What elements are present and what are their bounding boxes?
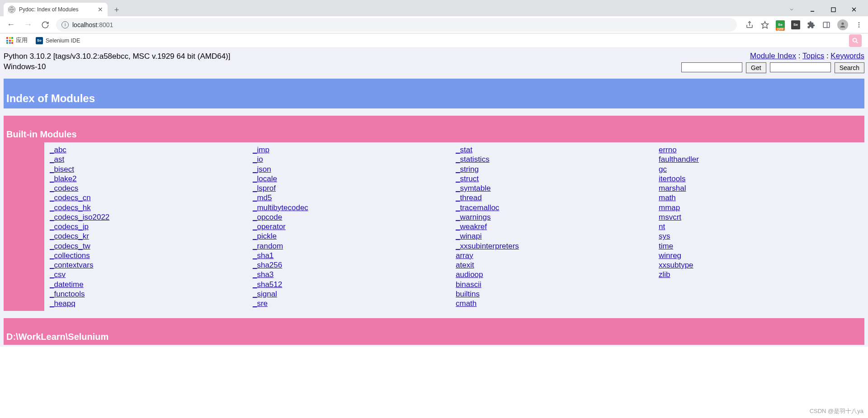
module-link[interactable]: atexit <box>456 260 474 270</box>
module-link[interactable]: _sha256 <box>253 260 282 270</box>
module-link[interactable]: _io <box>253 155 263 164</box>
module-link[interactable]: _tracemalloc <box>456 203 499 212</box>
selenium-ide-bookmark[interactable]: Se Selenium IDE <box>36 37 80 44</box>
module-link[interactable]: marshal <box>659 183 686 193</box>
module-link[interactable]: _sha512 <box>253 280 282 289</box>
caret-down-icon[interactable] <box>781 3 802 16</box>
module-link[interactable]: _random <box>253 241 283 251</box>
module-link[interactable]: mmap <box>659 203 680 212</box>
module-link[interactable]: _pickle <box>253 231 277 241</box>
close-icon[interactable]: ✕ <box>98 6 103 13</box>
module-link[interactable]: cmath <box>456 299 476 308</box>
get-input[interactable] <box>681 62 742 72</box>
module-link[interactable]: math <box>659 193 676 202</box>
forward-button[interactable]: → <box>22 19 34 31</box>
share-icon[interactable] <box>745 20 754 29</box>
module-link[interactable]: _abc <box>50 145 66 155</box>
module-link[interactable]: _md5 <box>253 193 272 202</box>
module-link[interactable]: _codecs_iso2022 <box>50 212 109 222</box>
module-link[interactable]: _codecs_cn <box>50 193 91 202</box>
module-link[interactable]: _lsprof <box>253 183 276 193</box>
module-link[interactable]: _opcode <box>253 212 282 222</box>
module-link[interactable]: _heapq <box>50 299 75 308</box>
bookmark-star-icon[interactable] <box>760 20 769 29</box>
module-link[interactable]: _blake2 <box>50 174 77 183</box>
module-link[interactable]: _codecs_tw <box>50 241 90 251</box>
module-link[interactable]: _sha3 <box>253 270 274 279</box>
module-link[interactable]: _weakref <box>456 222 487 231</box>
module-link[interactable]: _functools <box>50 289 85 299</box>
module-link[interactable]: _signal <box>253 289 277 299</box>
module-link[interactable]: msvcrt <box>659 212 681 222</box>
module-link[interactable]: _operator <box>253 222 286 231</box>
search-input[interactable] <box>770 62 831 72</box>
module-link[interactable]: _string <box>456 164 479 174</box>
topics-link[interactable]: Topics <box>802 52 824 60</box>
module-link[interactable]: _csv <box>50 270 66 279</box>
module-link[interactable]: _contextvars <box>50 260 93 270</box>
module-link[interactable]: _struct <box>456 174 479 183</box>
module-link[interactable]: array <box>456 251 473 260</box>
maximize-button[interactable] <box>823 3 844 16</box>
module-link[interactable]: _codecs_kr <box>50 231 89 241</box>
module-link[interactable]: xxsubtype <box>659 260 693 270</box>
module-link[interactable]: _xxsubinterpreters <box>456 241 519 251</box>
module-link[interactable]: _json <box>253 164 271 174</box>
page-scroll[interactable]: Python 3.10.2 [tags/v3.10.2:a58ebcc, MSC… <box>0 48 868 418</box>
browser-tab[interactable]: Pydoc: Index of Modules ✕ <box>4 3 108 16</box>
minimize-button[interactable] <box>802 3 823 16</box>
reload-button[interactable] <box>39 19 52 31</box>
module-column-3: _stat_statistics_string_struct_symtable_… <box>456 145 659 308</box>
extension-selenium-dark[interactable]: Se <box>791 20 800 29</box>
close-window-button[interactable] <box>844 3 864 16</box>
page-search-icon[interactable] <box>849 34 862 47</box>
module-link[interactable]: _sre <box>253 299 268 308</box>
svg-line-13 <box>856 41 858 43</box>
module-link[interactable]: _multibytecodec <box>253 203 308 212</box>
module-link[interactable]: nt <box>659 222 665 231</box>
profile-avatar[interactable] <box>837 19 848 30</box>
module-link[interactable]: _stat <box>456 145 472 155</box>
module-link[interactable]: _warnings <box>456 212 491 222</box>
site-info-icon[interactable]: i <box>61 21 69 28</box>
module-link[interactable]: _sha1 <box>253 251 274 260</box>
module-link[interactable]: gc <box>659 164 667 174</box>
module-link[interactable]: _bisect <box>50 164 74 174</box>
module-link[interactable]: _thread <box>456 193 482 202</box>
module-link[interactable]: _statistics <box>456 155 490 164</box>
module-link[interactable]: _codecs <box>50 183 78 193</box>
menu-icon[interactable] <box>854 20 863 29</box>
module-link[interactable]: sys <box>659 231 670 241</box>
module-link[interactable]: binascii <box>456 280 481 289</box>
module-link[interactable]: builtins <box>456 289 480 299</box>
extension-selenium-green[interactable]: SeOFF <box>776 20 785 29</box>
side-panel-icon[interactable] <box>822 20 831 29</box>
get-button[interactable]: Get <box>746 62 766 73</box>
search-button[interactable]: Search <box>835 62 864 73</box>
module-link[interactable]: _datetime <box>50 280 84 289</box>
module-link[interactable]: _collections <box>50 251 90 260</box>
module-link[interactable]: time <box>659 241 673 251</box>
module-link[interactable]: _locale <box>253 174 277 183</box>
module-link[interactable]: _symtable <box>456 183 491 193</box>
page-content: Python 3.10.2 [tags/v3.10.2:a58ebcc, MSC… <box>0 48 868 347</box>
module-link[interactable]: winreg <box>659 251 681 260</box>
module-link[interactable]: _imp <box>253 145 269 155</box>
version-info: Python 3.10.2 [tags/v3.10.2:a58ebcc, MSC… <box>4 52 230 72</box>
apps-bookmark[interactable]: 应用 <box>6 37 28 44</box>
module-link[interactable]: _codecs_hk <box>50 203 91 212</box>
module-link[interactable]: errno <box>659 145 677 155</box>
extensions-icon[interactable] <box>807 20 816 29</box>
module-link[interactable]: audioop <box>456 270 483 279</box>
module-link[interactable]: _winapi <box>456 231 482 241</box>
back-button[interactable]: ← <box>5 19 17 31</box>
module-index-link[interactable]: Module Index <box>750 52 796 60</box>
keywords-link[interactable]: Keywords <box>830 52 864 60</box>
module-link[interactable]: _ast <box>50 155 64 164</box>
new-tab-button[interactable]: + <box>110 4 123 16</box>
module-link[interactable]: zlib <box>659 270 670 279</box>
module-link[interactable]: faulthandler <box>659 155 699 164</box>
module-link[interactable]: _codecs_jp <box>50 222 89 231</box>
module-link[interactable]: itertools <box>659 174 686 183</box>
address-bar[interactable]: i localhost:8001 <box>56 18 737 32</box>
